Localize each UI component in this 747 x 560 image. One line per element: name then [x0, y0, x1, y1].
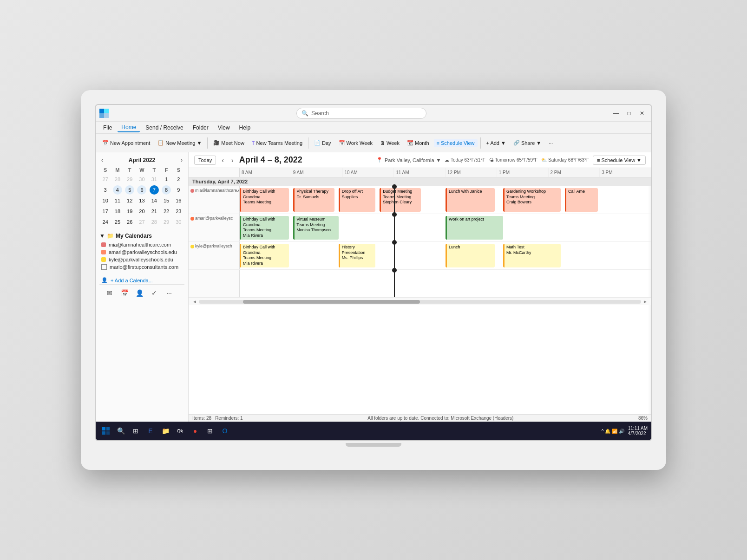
mini-cal-day-29-may[interactable]: 29: [162, 217, 171, 227]
file-explorer-icon[interactable]: 📁: [159, 424, 172, 437]
mini-cal-day-27-may[interactable]: 27: [137, 217, 146, 227]
mini-cal-day-17[interactable]: 17: [101, 207, 110, 216]
mini-cal-day-24[interactable]: 24: [101, 217, 110, 227]
event-work-on-art[interactable]: Work on art project: [446, 216, 503, 240]
event-birthday-call-kyle[interactable]: Birthday Call with GrandmaTeams MeetingM…: [240, 244, 289, 267]
mini-cal-day-19[interactable]: 19: [125, 207, 134, 216]
calendar-item-mario[interactable]: mario@firstupconsultants.com: [99, 263, 184, 271]
event-birthday-call-amari[interactable]: Birthday Call with GrandmaTeams MeetingM…: [240, 216, 289, 240]
event-history-presentation[interactable]: History PresentationMs. Phillips: [339, 244, 376, 267]
mini-cal-day-30-may[interactable]: 30: [174, 217, 183, 227]
mini-cal-day-4[interactable]: 4: [113, 185, 122, 195]
work-week-view-button[interactable]: 📅 Work Week: [336, 138, 375, 147]
mini-cal-day-13[interactable]: 13: [137, 196, 146, 205]
mail-nav-button[interactable]: ✉: [103, 287, 116, 300]
schedule-view-button[interactable]: ≡ Schedule View: [434, 139, 478, 147]
mini-cal-day-8[interactable]: 8: [162, 185, 171, 195]
event-lunch-janice[interactable]: Lunch with Janice: [446, 188, 495, 212]
next-month-button[interactable]: ›: [179, 156, 184, 164]
add-calendar-button[interactable]: 👤 + Add a Calenda...: [99, 276, 184, 284]
mini-cal-day-27-mar[interactable]: 27: [101, 175, 110, 184]
windows-icon[interactable]: ⊞: [203, 424, 216, 437]
new-teams-meeting-button[interactable]: T New Teams Meeting: [249, 139, 305, 147]
mini-cal-day-16[interactable]: 16: [174, 196, 183, 205]
mini-cal-day-21[interactable]: 21: [150, 207, 159, 216]
mini-cal-day-25[interactable]: 25: [113, 217, 122, 227]
mini-cal-day-3[interactable]: 3: [101, 185, 110, 195]
menu-home[interactable]: Home: [118, 123, 140, 132]
contacts-nav-button[interactable]: 👤: [133, 287, 146, 300]
scroll-right-icon[interactable]: ►: [643, 299, 648, 304]
today-button[interactable]: Today: [194, 156, 216, 165]
horizontal-scrollbar[interactable]: [199, 300, 641, 304]
event-math-test[interactable]: Math TestMr. McCarthy: [503, 244, 561, 267]
tasks-nav-button[interactable]: ✓: [148, 287, 161, 300]
new-meeting-button[interactable]: 📋 New Meeting ▼: [155, 138, 204, 147]
minimize-button[interactable]: —: [610, 108, 622, 119]
event-virtual-museum[interactable]: Virtual MuseumTeams MeetingMonica Thomps…: [293, 216, 338, 240]
mini-cal-day-22[interactable]: 22: [162, 207, 171, 216]
mini-cal-day-10[interactable]: 10: [101, 196, 110, 205]
day-view-button[interactable]: 📄 Day: [311, 138, 334, 147]
week-view-button[interactable]: 🗓 Week: [377, 139, 402, 147]
event-drop-off-art[interactable]: Drop off Art Supplies: [339, 188, 376, 212]
meet-now-button[interactable]: 🎥 Meet Now: [210, 138, 247, 147]
mini-cal-day-5[interactable]: 5: [125, 185, 134, 195]
menu-folder[interactable]: Folder: [189, 124, 212, 132]
calendar-item-kyle[interactable]: kyle@parkvalleyschools.edu: [99, 256, 184, 263]
mini-cal-day-7[interactable]: 7: [150, 185, 159, 195]
event-call-ame[interactable]: Call Ame: [565, 188, 598, 212]
search-input[interactable]: 🔍 Search: [296, 108, 426, 119]
store-icon[interactable]: 🛍: [174, 424, 187, 437]
search-taskbar-button[interactable]: 🔍: [114, 424, 127, 437]
mini-cal-day-20[interactable]: 20: [137, 207, 146, 216]
location-widget[interactable]: 📍 Park Valley, California ▼: [376, 157, 441, 163]
close-button[interactable]: ✕: [636, 108, 648, 119]
prev-week-button[interactable]: ‹: [220, 156, 226, 165]
scrollbar-thumb[interactable]: [243, 300, 420, 304]
mini-cal-day-23[interactable]: 23: [174, 207, 183, 216]
prev-month-button[interactable]: ‹: [99, 156, 105, 164]
mini-cal-day-31-mar[interactable]: 31: [150, 175, 159, 184]
mini-cal-day-9[interactable]: 9: [174, 185, 183, 195]
mini-cal-day-11[interactable]: 11: [113, 196, 122, 205]
month-view-button[interactable]: 📆 Month: [404, 138, 432, 147]
mini-cal-day-30-mar[interactable]: 30: [137, 175, 146, 184]
new-appointment-button[interactable]: 📅 New Appointment: [99, 138, 153, 147]
calendar-item-amari[interactable]: amari@parkvalleyschools.edu: [99, 248, 184, 256]
mini-cal-day-1[interactable]: 1: [162, 175, 171, 184]
my-calendars-header[interactable]: ▼ 📁 My Calendars: [99, 233, 184, 239]
chrome-icon[interactable]: ●: [189, 424, 202, 437]
calendar-item-mia[interactable]: mia@lamnahealthcare.com: [99, 241, 184, 248]
mini-cal-day-26[interactable]: 26: [125, 217, 134, 227]
mini-cal-day-28-mar[interactable]: 28: [113, 175, 122, 184]
mini-cal-day-18[interactable]: 18: [113, 207, 122, 216]
edge-icon[interactable]: E: [144, 424, 157, 437]
view-selector[interactable]: ≡ Schedule View ▼: [593, 156, 646, 165]
more-nav-button[interactable]: ···: [163, 287, 176, 300]
calendar-nav-button[interactable]: 📅: [118, 287, 131, 300]
mini-cal-day-12[interactable]: 12: [125, 196, 134, 205]
share-button[interactable]: 🔗 Share ▼: [511, 138, 544, 147]
mini-cal-day-29-mar[interactable]: 29: [125, 175, 134, 184]
event-budget-meeting[interactable]: Budget MeetingTeams MeetingStephen Clear…: [380, 188, 421, 212]
next-week-button[interactable]: ›: [229, 156, 236, 165]
menu-file[interactable]: File: [99, 124, 116, 132]
scroll-left-icon[interactable]: ◄: [192, 299, 197, 304]
event-lunch-kyle[interactable]: Lunch: [446, 244, 495, 267]
start-button[interactable]: [99, 424, 112, 437]
event-birthday-call-mia[interactable]: Birthday Call with GrandmaTeams Meeting: [240, 188, 289, 212]
maximize-button[interactable]: □: [623, 108, 635, 119]
mini-cal-day-28-may[interactable]: 28: [150, 217, 159, 227]
task-view-button[interactable]: ⊞: [129, 424, 142, 437]
outlook-icon[interactable]: O: [218, 424, 231, 437]
event-physical-therapy[interactable]: Physical TherapyDr. Samuels: [293, 188, 334, 212]
mini-cal-day-2[interactable]: 2: [174, 175, 183, 184]
more-options-button[interactable]: ···: [546, 139, 556, 147]
mini-cal-day-6[interactable]: 6: [137, 185, 146, 195]
menu-view[interactable]: View: [214, 124, 234, 132]
mini-cal-day-14[interactable]: 14: [150, 196, 159, 205]
add-button[interactable]: + Add ▼: [484, 139, 509, 147]
menu-send-receive[interactable]: Send / Receive: [142, 124, 187, 132]
event-gardening-workshop[interactable]: Gardening WorkshopTeams MeetingCraig Bow…: [503, 188, 561, 212]
